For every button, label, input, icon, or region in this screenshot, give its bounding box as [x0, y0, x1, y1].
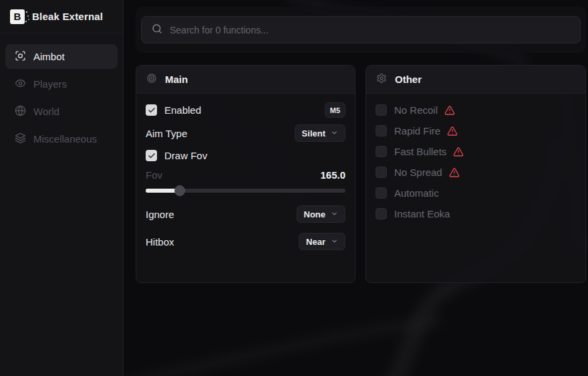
feature-row: Rapid Fire	[376, 125, 576, 136]
feature-row: No Recoil	[376, 104, 576, 116]
sidebar-item-miscellaneous[interactable]: Miscellaneous	[5, 126, 118, 151]
sidebar-item-label: Miscellaneous	[33, 133, 97, 145]
chevron-down-icon	[331, 127, 338, 139]
other-panel: Other No Recoil Rapid Fire Fast Bullets	[365, 65, 586, 283]
main-panel-body: Enabled M5 Aim Type Silent Draw Fov	[136, 94, 355, 259]
fov-label: Fov	[146, 169, 162, 181]
ignore-row: Ignore None	[146, 205, 345, 223]
draw-fov-row: Draw Fov	[146, 150, 345, 161]
other-panel-body: No Recoil Rapid Fire Fast Bullets	[366, 94, 585, 238]
crosshair-icon	[15, 50, 26, 64]
feature-row: Instant Eoka	[376, 208, 576, 219]
aim-type-dropdown[interactable]: Silent	[295, 124, 345, 142]
warning-icon	[444, 105, 455, 116]
feature-label: Instant Eoka	[394, 208, 450, 219]
search-icon	[152, 23, 162, 37]
feature-label: No Spread	[394, 167, 442, 178]
panel-title: Other	[395, 74, 422, 85]
sidebar-item-players[interactable]: Players	[5, 72, 118, 96]
globe-icon	[15, 105, 26, 118]
aim-type-value: Silent	[302, 128, 325, 138]
feature-label: Fast Bullets	[394, 146, 446, 157]
app-header: B Bleak External	[0, 0, 123, 33]
sidebar-item-label: Aimbot	[33, 51, 65, 62]
hitbox-dropdown[interactable]: Near	[299, 233, 345, 250]
feature-checkbox[interactable]	[376, 146, 387, 157]
ignore-dropdown[interactable]: None	[297, 205, 346, 223]
feature-row: Automatic	[376, 187, 576, 199]
chevron-down-icon	[331, 236, 338, 248]
warning-icon	[453, 147, 464, 157]
fov-value-row: Fov 165.0	[146, 169, 345, 181]
enabled-keybind-button[interactable]: M5	[325, 102, 345, 118]
sidebar-nav: Aimbot Players World	[0, 33, 123, 165]
search-placeholder: Search for 0 functions...	[170, 25, 269, 35]
enabled-label: Enabled	[164, 104, 201, 116]
panel-title: Main	[165, 74, 188, 85]
gear-icon	[376, 73, 387, 86]
target-icon	[146, 73, 157, 86]
warning-icon	[447, 126, 458, 136]
feature-checkbox[interactable]	[376, 187, 387, 199]
ignore-value: None	[304, 209, 326, 219]
main-panel: Main Enabled M5 Aim Type Silent	[136, 65, 355, 283]
aim-type-row: Aim Type Silent	[146, 124, 345, 142]
search-bar-container: Search for 0 functions...	[136, 7, 586, 53]
feature-checkbox[interactable]	[376, 125, 387, 136]
aim-type-label: Aim Type	[146, 128, 187, 139]
sidebar-item-aimbot[interactable]: Aimbot	[5, 44, 118, 69]
fov-value: 165.0	[320, 169, 345, 181]
main-panel-header: Main	[136, 66, 355, 94]
eye-icon	[15, 78, 26, 91]
chevron-down-icon	[331, 208, 338, 220]
hitbox-label: Hitbox	[146, 236, 174, 248]
enabled-checkbox[interactable]	[146, 104, 157, 116]
check-icon	[148, 152, 156, 160]
app-title: Bleak External	[32, 11, 103, 22]
draw-fov-label: Draw Fov	[164, 150, 207, 161]
sidebar-item-label: Players	[33, 78, 67, 90]
feature-row: Fast Bullets	[376, 146, 576, 157]
layers-icon	[15, 132, 26, 146]
search-input[interactable]: Search for 0 functions...	[141, 16, 581, 43]
fov-slider[interactable]	[146, 185, 345, 196]
feature-checkbox[interactable]	[376, 208, 387, 219]
sidebar: B Bleak External Aimbot Players	[0, 0, 124, 376]
feature-checkbox[interactable]	[376, 167, 387, 178]
fov-slider-thumb[interactable]	[174, 185, 185, 196]
check-icon	[148, 106, 156, 114]
hitbox-row: Hitbox Near	[146, 233, 345, 250]
sidebar-item-label: World	[33, 106, 59, 117]
feature-row: No Spread	[376, 167, 576, 178]
other-panel-header: Other	[366, 66, 585, 94]
warning-icon	[449, 167, 460, 178]
ignore-label: Ignore	[146, 209, 174, 220]
feature-label: Rapid Fire	[394, 125, 440, 136]
feature-label: Automatic	[394, 187, 439, 199]
feature-checkbox[interactable]	[376, 104, 387, 116]
app-logo: B	[10, 9, 25, 24]
draw-fov-checkbox[interactable]	[146, 150, 157, 161]
main-content: Search for 0 functions... Main Enabled M…	[124, 0, 588, 376]
feature-label: No Recoil	[394, 104, 438, 116]
hitbox-value: Near	[306, 237, 325, 247]
enabled-row: Enabled M5	[146, 102, 345, 118]
sidebar-item-world[interactable]: World	[5, 99, 118, 124]
